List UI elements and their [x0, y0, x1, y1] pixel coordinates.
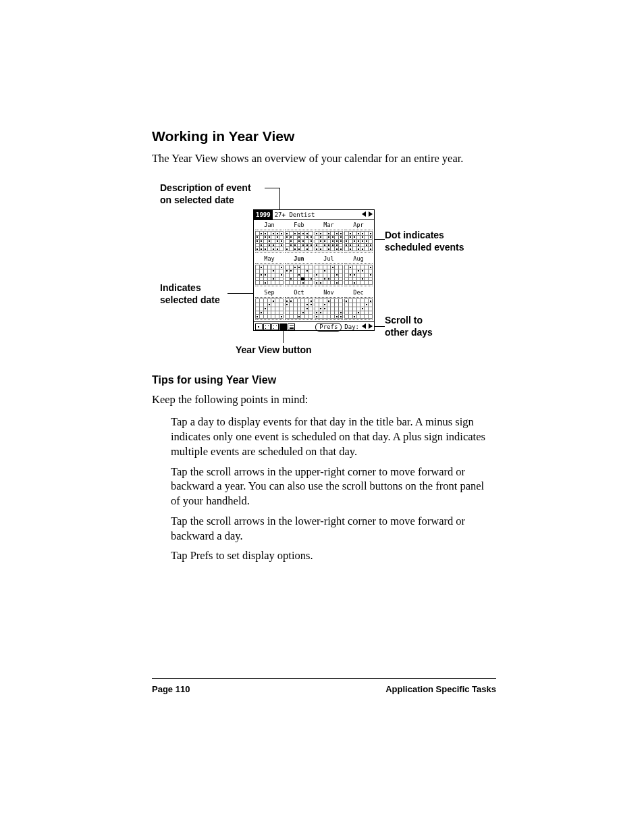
day-view-button[interactable] — [255, 323, 263, 330]
arrow-left-icon[interactable] — [362, 323, 367, 329]
month-jun[interactable]: Jun — [285, 255, 313, 288]
page-footer: Page 110 Application Specific Tasks — [152, 678, 496, 694]
palm-titlebar: 1999 27+ Dentist — [254, 210, 374, 220]
event-name: Dentist — [289, 211, 315, 218]
callout-scroll-days: Scroll to other days — [385, 315, 466, 338]
day-scroll-arrows[interactable] — [362, 323, 373, 330]
callout-selected-date: Indicates selected date — [160, 282, 234, 306]
month-label: Nov — [315, 289, 343, 296]
month-apr[interactable]: Apr — [344, 221, 373, 254]
month-dec[interactable]: Dec — [344, 289, 373, 321]
svg-marker-1 — [369, 211, 373, 217]
callout-line1: Description of event — [160, 182, 251, 193]
tip-item: Tap a day to display events for that day… — [171, 415, 496, 459]
month-oct[interactable]: Oct — [285, 289, 313, 321]
callout-line1: Dot indicates — [385, 230, 444, 240]
arrow-right-icon[interactable] — [367, 323, 373, 329]
year-view-button[interactable] — [279, 323, 287, 330]
arrow-right-icon[interactable] — [367, 211, 373, 217]
callout-line2: selected date — [160, 294, 220, 305]
callout-line1: Indicates — [160, 282, 201, 293]
month-label: Jul — [315, 255, 343, 262]
tips-list: Tap a day to display events for that day… — [152, 415, 496, 563]
week-view-button[interactable] — [263, 323, 271, 330]
tips-lead: Keep the following points in mind: — [152, 393, 496, 407]
month-may[interactable]: May — [255, 255, 284, 288]
svg-marker-3 — [369, 323, 373, 329]
arrow-left-icon[interactable] — [362, 211, 367, 217]
day-label: Day: — [343, 323, 360, 330]
month-jul[interactable]: Jul — [315, 255, 343, 288]
month-label: Mar — [315, 221, 343, 228]
event-day: 27 — [275, 211, 282, 218]
year-chip[interactable]: 1999 — [254, 210, 273, 219]
tip-item: Tap the scroll arrows in the upper-right… — [171, 465, 496, 509]
event-description: 27+ Dentist — [273, 211, 360, 218]
callout-event-description: Description of event on selected date — [160, 182, 275, 206]
svg-marker-0 — [362, 211, 366, 217]
month-label: Sep — [255, 289, 284, 296]
tip-item: Tap Prefs to set display options. — [171, 548, 496, 563]
year-scroll-arrows[interactable] — [360, 211, 374, 218]
month-feb[interactable]: Feb — [285, 221, 313, 254]
month-label: Jan — [255, 221, 284, 228]
tip-item: Tap the scroll arrows in the lower-right… — [171, 514, 496, 544]
section-heading: Working in Year View — [152, 128, 496, 145]
figure-year-view: Description of event on selected date In… — [152, 182, 496, 358]
months-grid: JanFebMarAprMayJunJulAugSepOctNovDec — [254, 220, 374, 321]
callout-year-view-button: Year View button — [236, 344, 337, 357]
palm-footer: Prefs Day: — [254, 321, 374, 332]
month-label: Feb — [285, 221, 313, 228]
event-marker-icon: + — [282, 211, 286, 218]
prefs-button[interactable]: Prefs — [315, 323, 342, 332]
month-sep[interactable]: Sep — [255, 289, 284, 321]
month-label: Dec — [344, 289, 373, 296]
month-view-button[interactable] — [271, 323, 279, 330]
svg-marker-2 — [362, 323, 366, 329]
month-mar[interactable]: Mar — [315, 221, 343, 254]
callout-line2: scheduled events — [385, 242, 464, 253]
month-nov[interactable]: Nov — [315, 289, 343, 321]
palm-screenshot: 1999 27+ Dentist JanFebMarAprMayJunJulAu… — [253, 209, 375, 331]
view-buttons — [255, 323, 295, 330]
callout-text: Year View button — [236, 344, 312, 355]
footer-page-number: Page 110 — [152, 684, 190, 694]
footer-section-title: Application Specific Tasks — [385, 684, 496, 694]
month-aug[interactable]: Aug — [344, 255, 373, 288]
callout-line2: on selected date — [160, 194, 234, 205]
month-label: Apr — [344, 221, 373, 228]
month-label: Aug — [344, 255, 373, 262]
agenda-view-button[interactable] — [288, 323, 295, 330]
month-jan[interactable]: Jan — [255, 221, 284, 254]
month-label: Jun — [285, 255, 313, 262]
callout-line2: other days — [385, 327, 433, 338]
month-label: Oct — [285, 289, 313, 296]
subsection-heading: Tips for using Year View — [152, 374, 496, 386]
callout-line1: Scroll to — [385, 315, 423, 325]
intro-paragraph: The Year View shows an overview of your … — [152, 151, 496, 166]
month-label: May — [255, 255, 284, 262]
callout-dot-indicates: Dot indicates scheduled events — [385, 230, 493, 253]
